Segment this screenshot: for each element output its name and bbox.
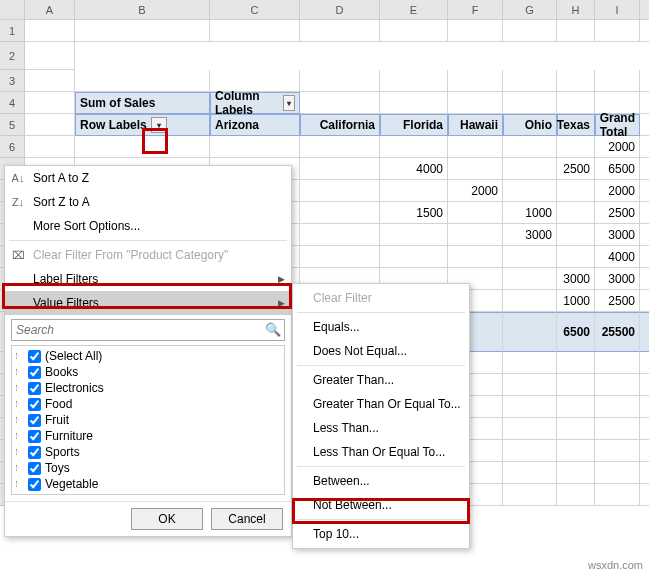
cell[interactable] <box>25 114 75 136</box>
filter-checkbox[interactable] <box>28 462 41 475</box>
cell[interactable] <box>640 462 649 484</box>
column-header[interactable]: E <box>380 0 448 20</box>
row-header[interactable]: 6 <box>0 136 25 158</box>
column-header[interactable]: J <box>640 0 649 20</box>
cell[interactable] <box>503 70 557 92</box>
data-cell[interactable] <box>503 158 557 180</box>
filter-checkbox[interactable] <box>28 350 41 363</box>
data-cell[interactable] <box>300 136 380 158</box>
data-cell[interactable] <box>557 202 595 224</box>
search-input[interactable] <box>11 319 285 341</box>
data-cell[interactable] <box>300 202 380 224</box>
cell[interactable] <box>595 70 640 92</box>
data-cell[interactable] <box>210 136 300 158</box>
submenu-not-between[interactable]: Not Between... <box>293 493 469 517</box>
submenu-equals[interactable]: Equals... <box>293 315 469 339</box>
cell[interactable] <box>503 440 557 462</box>
filter-checkbox[interactable] <box>28 446 41 459</box>
cell[interactable] <box>640 290 649 312</box>
submenu-greater-than[interactable]: Greater Than... <box>293 368 469 392</box>
cell[interactable] <box>640 114 649 136</box>
more-sort-options[interactable]: More Sort Options... <box>5 214 291 238</box>
data-cell[interactable] <box>448 158 503 180</box>
data-cell[interactable]: 2500 <box>595 202 640 224</box>
data-cell[interactable] <box>557 180 595 202</box>
data-cell[interactable] <box>380 246 448 268</box>
submenu-lte[interactable]: Less Than Or Equal To... <box>293 440 469 464</box>
column-header[interactable]: H <box>557 0 595 20</box>
cell[interactable] <box>640 180 649 202</box>
submenu-between[interactable]: Between... <box>293 469 469 493</box>
cell[interactable] <box>300 20 380 42</box>
cell[interactable] <box>595 374 640 396</box>
filter-check-item[interactable]: Toys <box>14 460 282 476</box>
cell[interactable] <box>448 92 503 114</box>
filter-checklist[interactable]: (Select All)BooksElectronicsFoodFruitFur… <box>11 345 285 495</box>
filter-check-item[interactable]: Fruit <box>14 412 282 428</box>
data-cell[interactable] <box>448 202 503 224</box>
cell[interactable] <box>557 374 595 396</box>
filter-checkbox[interactable] <box>28 414 41 427</box>
filter-checkbox[interactable] <box>28 382 41 395</box>
cell[interactable] <box>595 440 640 462</box>
cell[interactable] <box>380 20 448 42</box>
cell[interactable] <box>640 20 649 42</box>
cell[interactable] <box>640 268 649 290</box>
data-cell[interactable] <box>557 246 595 268</box>
row-header[interactable]: 5 <box>0 114 25 136</box>
data-cell[interactable] <box>503 136 557 158</box>
row-header[interactable]: 1 <box>0 20 25 42</box>
data-cell[interactable] <box>503 268 557 290</box>
data-cell[interactable]: 1000 <box>557 290 595 312</box>
filter-check-item[interactable]: Furniture <box>14 428 282 444</box>
cell[interactable] <box>300 92 380 114</box>
cell[interactable] <box>640 246 649 268</box>
data-cell[interactable] <box>448 136 503 158</box>
cell[interactable] <box>640 312 649 352</box>
cell[interactable] <box>25 42 75 70</box>
cell[interactable] <box>503 20 557 42</box>
cell[interactable] <box>25 70 75 92</box>
cell[interactable] <box>640 396 649 418</box>
cell[interactable] <box>380 92 448 114</box>
cell[interactable] <box>448 70 503 92</box>
data-cell[interactable] <box>300 180 380 202</box>
cell[interactable] <box>503 396 557 418</box>
filter-checkbox[interactable] <box>28 398 41 411</box>
column-header[interactable]: D <box>300 0 380 20</box>
cancel-button[interactable]: Cancel <box>211 508 283 530</box>
cell[interactable] <box>557 20 595 42</box>
submenu-gte[interactable]: Greater Than Or Equal To... <box>293 392 469 416</box>
cell[interactable] <box>503 462 557 484</box>
cell[interactable] <box>557 396 595 418</box>
cell[interactable] <box>595 462 640 484</box>
row-header[interactable]: 2 <box>0 42 25 70</box>
cell[interactable] <box>300 70 380 92</box>
cell[interactable] <box>640 374 649 396</box>
data-cell[interactable] <box>557 224 595 246</box>
data-cell[interactable] <box>380 136 448 158</box>
row-header[interactable]: 3 <box>0 70 25 92</box>
data-cell[interactable]: 2500 <box>595 290 640 312</box>
data-cell[interactable]: 6500 <box>595 158 640 180</box>
column-header[interactable]: G <box>503 0 557 20</box>
cell[interactable] <box>640 136 649 158</box>
data-cell[interactable] <box>503 180 557 202</box>
sort-z-to-a[interactable]: Z↓Sort Z to A <box>5 190 291 214</box>
data-cell[interactable]: 3000 <box>503 224 557 246</box>
cell[interactable] <box>557 440 595 462</box>
column-header[interactable]: C <box>210 0 300 20</box>
data-cell[interactable]: 2000 <box>448 180 503 202</box>
data-cell[interactable] <box>503 290 557 312</box>
data-cell[interactable]: 3000 <box>595 268 640 290</box>
cell[interactable] <box>595 484 640 506</box>
data-cell[interactable] <box>300 246 380 268</box>
filter-check-item[interactable]: Food <box>14 396 282 412</box>
cell[interactable] <box>595 20 640 42</box>
filter-check-item[interactable]: (Select All) <box>14 348 282 364</box>
data-cell[interactable] <box>380 180 448 202</box>
data-cell[interactable]: 4000 <box>380 158 448 180</box>
data-cell[interactable] <box>380 224 448 246</box>
cell[interactable] <box>503 418 557 440</box>
cell[interactable] <box>640 202 649 224</box>
